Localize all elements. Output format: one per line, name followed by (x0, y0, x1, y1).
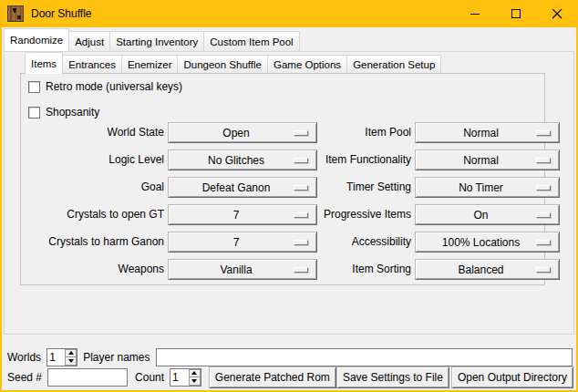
item-sorting-dropdown[interactable]: Balanced (415, 259, 560, 280)
tab-game-options[interactable]: Game Options (267, 55, 347, 74)
progressive-items-dropdown[interactable]: On (415, 204, 560, 225)
tab-dungeon-shuffle[interactable]: Dungeon Shuffle (177, 55, 267, 74)
maximize-button[interactable] (496, 0, 537, 27)
item-pool-dropdown[interactable]: Normal (415, 122, 560, 143)
main-tab-bar: Randomize Adjust Starting Inventory Cust… (4, 28, 299, 51)
arrow-down-icon (191, 379, 197, 383)
shopsanity-checkbox-row: Shopsanity (28, 105, 99, 119)
accessibility-dropdown[interactable]: 100% Locations (415, 232, 560, 253)
tab-generation-setup[interactable]: Generation Setup (346, 55, 441, 74)
accessibility-label: Accessibility (291, 232, 411, 253)
dropdown-indicator-icon (536, 130, 551, 136)
worlds-label: Worlds (7, 351, 41, 364)
window-controls (455, 0, 578, 27)
tab-entrances[interactable]: Entrances (62, 55, 122, 74)
save-settings-button[interactable]: Save Settings to File (336, 366, 449, 388)
item-pool-label: Item Pool (291, 122, 411, 143)
tab-items[interactable]: Items (25, 52, 63, 74)
worlds-spinner (46, 348, 77, 366)
sub-tab-bar: Items Entrances Enemizer Dungeon Shuffle… (25, 52, 440, 74)
retro-mode-checkbox[interactable] (28, 81, 40, 93)
player-names-label: Player names (83, 351, 150, 364)
weapons-label: Weapons (36, 259, 164, 280)
tab-custom-item-pool[interactable]: Custom Item Pool (203, 31, 299, 51)
dropdown-indicator-icon (536, 185, 551, 191)
item-functionality-dropdown[interactable]: Normal (415, 150, 560, 170)
minimize-icon (470, 9, 480, 19)
seed-label: Seed # (7, 371, 42, 384)
tab-enemizer[interactable]: Enemizer (121, 55, 179, 74)
close-button[interactable] (537, 0, 578, 27)
crystals-harm-ganon-label: Crystals to harm Ganon (36, 232, 164, 253)
goal-label: Goal (36, 177, 164, 198)
dropdown-indicator-icon (536, 158, 551, 163)
app-icon (7, 5, 24, 22)
maximize-icon (511, 9, 521, 19)
dropdown-indicator-icon (536, 212, 551, 218)
crystals-open-gt-label: Crystals to open GT (36, 204, 164, 225)
worlds-spin-up-button[interactable] (65, 349, 77, 358)
count-label: Count (135, 371, 164, 384)
seed-row: Seed # Count Generate Patched Rom Save S… (7, 366, 573, 388)
count-spin-down-button[interactable] (189, 377, 201, 386)
timer-setting-label: Timer Setting (291, 177, 411, 198)
count-input[interactable] (170, 369, 189, 386)
item-sorting-label: Item Sorting (291, 259, 411, 280)
arrow-up-icon (191, 371, 197, 375)
minimize-button[interactable] (455, 0, 496, 27)
player-names-input[interactable] (156, 348, 573, 366)
shopsanity-checkbox[interactable] (28, 107, 40, 119)
arrow-up-icon (68, 351, 74, 355)
arrow-down-icon (68, 359, 74, 363)
shopsanity-label: Shopsanity (46, 106, 99, 119)
generate-patched-rom-button[interactable]: Generate Patched Rom (209, 366, 336, 388)
world-state-label: World State (36, 122, 164, 143)
dropdown-indicator-icon (536, 240, 551, 245)
seed-input[interactable] (47, 368, 128, 387)
door-shuffle-window: Door Shuffle Randomize Adjust Starting I… (0, 0, 578, 392)
timer-setting-dropdown[interactable]: No Timer (415, 177, 560, 198)
worlds-spin-down-button[interactable] (65, 357, 77, 366)
count-spinner (170, 368, 201, 387)
count-spin-up-button[interactable] (189, 369, 201, 378)
worlds-input[interactable] (47, 349, 65, 366)
progressive-items-label: Progressive Items (291, 204, 411, 225)
close-icon (552, 9, 563, 19)
client-area: Randomize Adjust Starting Inventory Cust… (2, 27, 576, 390)
open-output-directory-button[interactable]: Open Output Directory (451, 366, 573, 388)
retro-mode-label: Retro mode (universal keys) (46, 80, 182, 93)
retro-mode-checkbox-row: Retro mode (universal keys) (28, 79, 182, 94)
tab-starting-inventory[interactable]: Starting Inventory (109, 31, 204, 51)
tab-randomize[interactable]: Randomize (4, 28, 69, 51)
window-title: Door Shuffle (31, 7, 92, 20)
worlds-row: Worlds Player names (7, 347, 573, 366)
tab-adjust[interactable]: Adjust (68, 31, 110, 51)
title-bar: Door Shuffle (0, 0, 578, 27)
logic-level-label: Logic Level (36, 150, 164, 170)
item-functionality-label: Item Functionality (291, 150, 411, 170)
dropdown-indicator-icon (536, 267, 551, 273)
items-tab-pane: Retro mode (universal keys) Shopsanity W… (20, 73, 545, 285)
